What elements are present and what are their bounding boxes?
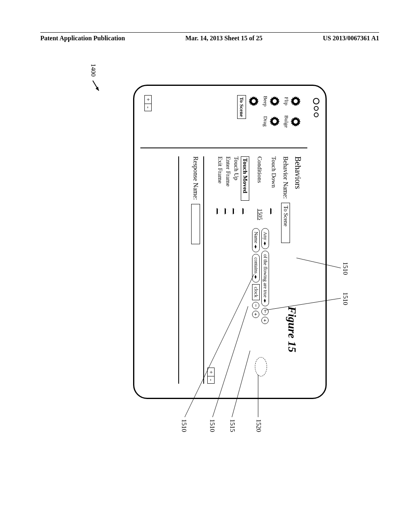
- dot-icon: [314, 106, 319, 111]
- name-dropdown[interactable]: Name ◂▸: [252, 228, 260, 252]
- response-name-input[interactable]: [191, 204, 200, 244]
- arrow-icon: [91, 79, 103, 95]
- dashed-highlight: [255, 357, 267, 376]
- behavior-name-label: Behavior Name:: [282, 156, 289, 199]
- selected-behavior-label: To Scene: [237, 95, 246, 119]
- any-dropdown[interactable]: Any ◂▸: [261, 228, 269, 249]
- gear-icon: [248, 95, 260, 107]
- device-dots: [313, 98, 319, 117]
- svg-point-6: [252, 99, 256, 103]
- svg-line-8: [264, 298, 341, 310]
- behavior-item-toscene[interactable]: To Scene: [237, 95, 260, 144]
- callout-line: [184, 274, 254, 419]
- event-touch-down[interactable]: Touch Down: [270, 156, 277, 384]
- gear-icon: [269, 95, 281, 107]
- arrow-icon: ◂▸: [254, 275, 258, 279]
- left-panel: Flip Bulge Beep: [140, 92, 307, 148]
- gear-label: Flip: [283, 97, 290, 106]
- gear-label: Bulge: [283, 115, 290, 128]
- conditions-label: Conditions: [257, 156, 263, 201]
- svg-point-5: [273, 119, 277, 123]
- triangle-icon: [271, 209, 275, 214]
- page-header: Patent Application Publication Mar. 14, …: [40, 32, 379, 42]
- behavior-item-bulge[interactable]: Bulge: [283, 115, 302, 128]
- callout-1515: 1515: [229, 419, 236, 432]
- add-button[interactable]: +: [262, 317, 269, 324]
- callout-line: [262, 292, 343, 316]
- callout-line: [294, 262, 343, 286]
- svg-point-2: [294, 99, 298, 103]
- left-panel-bottom-bar: + -: [144, 95, 152, 111]
- gear-label: Drag: [262, 116, 269, 127]
- divider: [178, 156, 179, 384]
- figure-label: Figure 15: [286, 306, 298, 352]
- event-label: Exit Frame: [217, 156, 223, 201]
- arrow-icon: ◂▸: [263, 241, 267, 245]
- callout-1510: 1510: [209, 419, 216, 432]
- triangle-icon: [234, 209, 238, 214]
- device-reference-label: 1400: [87, 66, 100, 74]
- event-label: Touch Up: [233, 156, 240, 201]
- response-name-label: Response Name:: [192, 156, 199, 200]
- header-left: Patent Application Publication: [40, 35, 125, 42]
- diagram-container: Flip Bulge Beep: [32, 133, 375, 355]
- plus-button[interactable]: +: [145, 96, 151, 104]
- gear-row: Flip Bulge: [283, 95, 302, 144]
- svg-line-12: [185, 274, 254, 417]
- callout-1510: 1510: [180, 419, 188, 432]
- behavior-item-drag[interactable]: Drag: [262, 115, 281, 127]
- svg-point-4: [273, 99, 277, 103]
- gear-icon: [269, 115, 281, 127]
- conditions-reference: 1505: [257, 209, 263, 220]
- svg-point-3: [294, 120, 298, 124]
- behavior-item-beep[interactable]: Beep: [262, 95, 281, 107]
- behavior-name-input[interactable]: To Scene: [281, 203, 290, 243]
- behavior-item-flip[interactable]: Flip: [283, 95, 302, 107]
- dot-icon: [314, 112, 319, 117]
- event-label: Touch Down: [270, 156, 277, 201]
- triangle-icon: [218, 209, 222, 214]
- gear-label: Beep: [262, 96, 269, 107]
- arrow-icon: ◂▸: [254, 245, 258, 249]
- plus-minus-control[interactable]: + -: [144, 95, 152, 111]
- triangle-icon: [226, 209, 230, 214]
- gear-row: Beep Drag: [262, 95, 281, 144]
- triangle-icon: [244, 209, 248, 214]
- gear-icon: [290, 95, 302, 107]
- minus-button[interactable]: -: [145, 104, 151, 111]
- event-label-selected: Touch Moved: [241, 156, 249, 201]
- header-right: US 2013/0067361 A1: [323, 35, 379, 42]
- event-label: Enter Frame: [225, 156, 232, 201]
- gear-icon: [290, 116, 302, 128]
- header-middle: Mar. 14, 2013 Sheet 15 of 25: [185, 35, 262, 42]
- dot-icon: [313, 98, 319, 104]
